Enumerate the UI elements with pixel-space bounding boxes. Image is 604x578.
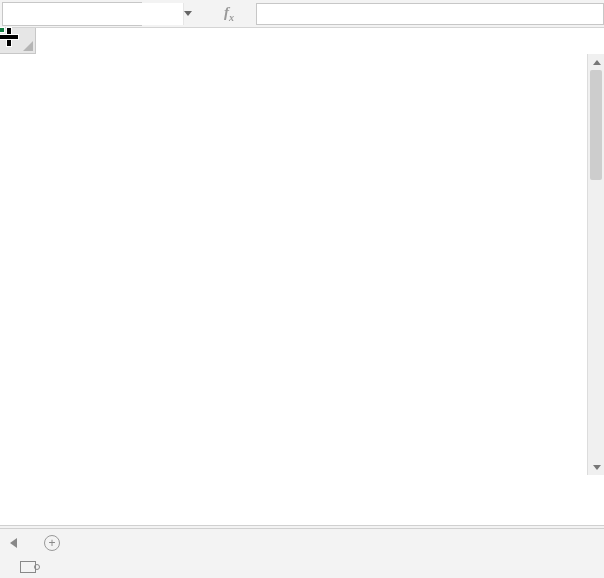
plus-icon: +: [44, 535, 60, 551]
status-bar: [0, 556, 604, 578]
grid: [0, 28, 604, 526]
name-box[interactable]: [2, 2, 142, 26]
chevron-down-icon: [184, 11, 192, 16]
chevron-left-icon: [10, 538, 17, 548]
name-box-input[interactable]: [3, 3, 183, 25]
scroll-down-button[interactable]: [588, 459, 604, 475]
formula-bar-row: fx: [0, 0, 604, 28]
sheet-tabs-bar: +: [0, 528, 604, 556]
chevron-up-icon: [593, 60, 601, 65]
chevron-down-icon: [593, 465, 601, 470]
tab-nav: [0, 529, 38, 556]
macro-record-icon[interactable]: [20, 561, 36, 573]
select-all-button[interactable]: [0, 28, 36, 54]
formula-input[interactable]: [256, 3, 604, 25]
name-box-dropdown[interactable]: [183, 3, 192, 25]
vertical-scrollbar[interactable]: [587, 54, 604, 475]
fx-icon[interactable]: fx: [224, 4, 234, 23]
tab-scroll-left[interactable]: [6, 529, 20, 557]
scroll-up-button[interactable]: [588, 54, 604, 70]
new-sheet-button[interactable]: +: [38, 529, 66, 556]
scroll-thumb[interactable]: [590, 70, 602, 180]
